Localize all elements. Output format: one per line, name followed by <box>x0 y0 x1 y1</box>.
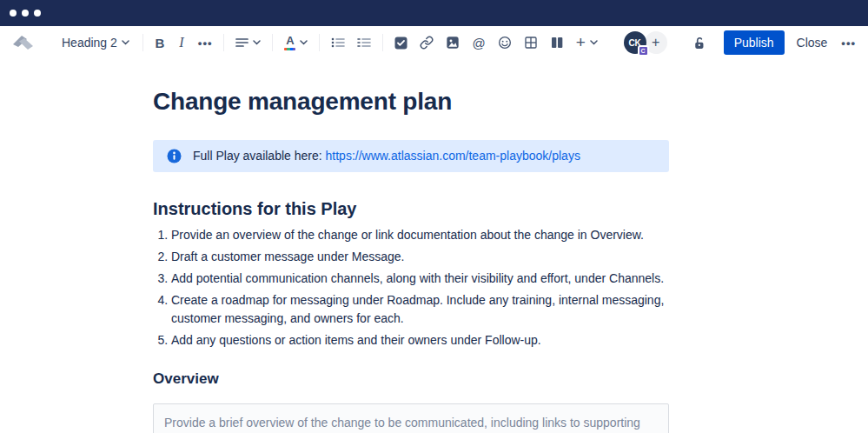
chevron-down-icon <box>253 40 261 45</box>
instructions-heading[interactable]: Instructions for this Play <box>153 198 669 219</box>
page-title[interactable]: Change management plan <box>153 88 669 116</box>
close-button[interactable]: Close <box>797 36 828 50</box>
text-format-more-button[interactable]: ••• <box>195 34 216 52</box>
block-style-value: Heading 2 <box>62 36 117 50</box>
align-dropdown[interactable] <box>232 34 264 51</box>
layouts-button[interactable] <box>547 33 567 52</box>
window-dot[interactable] <box>22 10 29 17</box>
playbook-link[interactable]: https://www.atlassian.com/team-playbook/… <box>326 149 580 163</box>
confluence-logo-icon <box>12 34 34 51</box>
avatar-app-badge: C <box>638 45 649 57</box>
chevron-down-icon <box>122 40 129 45</box>
toolbar-separator <box>223 34 224 51</box>
info-icon <box>167 149 182 163</box>
editor-toolbar: Heading 2 B I ••• A <box>0 26 868 59</box>
emoji-icon <box>498 36 512 50</box>
window-dot[interactable] <box>34 10 41 17</box>
restrictions-button[interactable] <box>688 33 710 53</box>
info-panel[interactable]: Full Play available here: https://www.at… <box>153 140 669 172</box>
text-color-dropdown[interactable]: A <box>281 32 311 53</box>
toolbar-overflow-button[interactable]: ••• <box>841 37 856 50</box>
list-item[interactable]: Create a roadmap for messaging under Roa… <box>171 291 669 328</box>
overview-placeholder-box[interactable]: Provide a brief overview of the change t… <box>153 403 669 433</box>
align-left-icon <box>235 37 248 49</box>
numbered-list-button[interactable] <box>354 34 374 51</box>
editor-content: Change management plan Full Play availab… <box>153 88 669 433</box>
task-checkbox-icon <box>394 37 407 50</box>
window-dot[interactable] <box>10 10 17 17</box>
toolbar-separator <box>272 34 273 51</box>
bullet-list-button[interactable] <box>328 34 348 51</box>
bold-button[interactable]: B <box>151 33 169 53</box>
toolbar-separator <box>142 34 143 51</box>
list-item[interactable]: Provide an overview of the change or lin… <box>171 226 669 244</box>
task-list-button[interactable] <box>391 34 411 52</box>
image-icon <box>446 36 460 50</box>
collaborator-avatars: + CK C <box>624 30 669 56</box>
toolbar-separator <box>319 34 320 51</box>
list-item[interactable]: Add any questions or action items and th… <box>171 331 669 350</box>
link-button[interactable] <box>416 33 437 52</box>
insert-table-button[interactable] <box>520 33 541 52</box>
insert-more-dropdown[interactable]: + <box>573 34 601 51</box>
chevron-down-icon <box>590 40 598 45</box>
numbered-list-icon <box>357 37 371 49</box>
text-color-icon: A <box>284 35 295 50</box>
plus-icon: + <box>576 37 586 49</box>
list-item[interactable]: Draft a customer message under Message. <box>171 248 669 266</box>
info-panel-text: Full Play available here: https://www.at… <box>193 147 580 165</box>
window-titlebar <box>0 0 868 26</box>
insert-image-button[interactable] <box>442 33 463 52</box>
layouts-icon <box>550 36 564 50</box>
chevron-down-icon <box>300 40 308 45</box>
overview-heading[interactable]: Overview <box>153 370 669 388</box>
instructions-list: Provide an overview of the change or lin… <box>153 226 669 350</box>
mention-button[interactable]: @ <box>468 33 488 53</box>
table-icon <box>524 36 538 50</box>
toolbar-separator <box>382 34 383 51</box>
unlock-icon <box>692 36 706 50</box>
list-item[interactable]: Add potential communication channels, al… <box>171 270 669 288</box>
link-icon <box>420 36 434 50</box>
italic-button[interactable]: I <box>174 32 189 53</box>
block-style-dropdown[interactable]: Heading 2 <box>56 33 135 52</box>
bullet-list-icon <box>331 37 345 49</box>
publish-button[interactable]: Publish <box>724 30 785 55</box>
info-prefix: Full Play available here: <box>193 149 326 163</box>
emoji-button[interactable] <box>494 33 515 52</box>
